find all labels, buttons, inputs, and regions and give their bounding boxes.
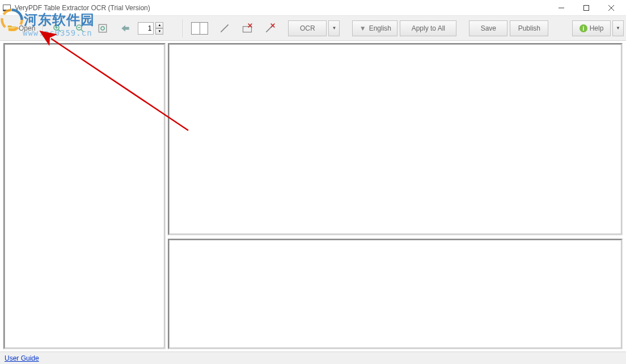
delete-rect-icon bbox=[241, 22, 253, 35]
chevron-down-icon: ▼ bbox=[359, 24, 367, 32]
preview-panel[interactable] bbox=[168, 43, 623, 235]
diagonal-line-icon bbox=[218, 22, 231, 35]
chevron-down-icon: ▼ bbox=[616, 26, 620, 31]
delete-line-icon bbox=[264, 22, 276, 35]
svg-line-7 bbox=[59, 29, 61, 32]
help-icon: i bbox=[580, 24, 587, 32]
status-bar: User Guide bbox=[0, 352, 626, 364]
app-icon bbox=[2, 3, 11, 12]
spin-up-icon[interactable]: ▲ bbox=[155, 22, 163, 28]
ocr-label: OCR bbox=[300, 24, 315, 32]
zoom-in-icon bbox=[51, 22, 64, 35]
zoom-in-button[interactable] bbox=[47, 20, 67, 36]
minimize-button[interactable] bbox=[549, 0, 574, 16]
svg-line-15 bbox=[221, 24, 229, 32]
open-label: Open bbox=[19, 24, 35, 32]
toolbar: Open ▲ ▼ bbox=[0, 16, 626, 41]
language-button[interactable]: ▼ English bbox=[352, 20, 397, 36]
page-number-input[interactable] bbox=[138, 22, 154, 35]
close-button[interactable] bbox=[599, 0, 624, 16]
title-bar: VeryPDF Table Extractor OCR (Trial Versi… bbox=[0, 0, 626, 16]
apply-all-label: Apply to All bbox=[412, 24, 445, 32]
spin-down-icon[interactable]: ▼ bbox=[155, 28, 163, 35]
apply-all-button[interactable]: Apply to All bbox=[400, 20, 456, 36]
open-button[interactable]: Open bbox=[2, 20, 39, 36]
svg-line-11 bbox=[82, 29, 84, 32]
save-label: Save bbox=[481, 24, 496, 32]
svg-rect-16 bbox=[243, 26, 252, 32]
select-area-button[interactable] bbox=[187, 20, 212, 36]
maximize-button[interactable] bbox=[574, 0, 599, 16]
draw-line-button[interactable] bbox=[214, 20, 235, 36]
ocr-button[interactable]: OCR bbox=[288, 20, 327, 36]
svg-rect-13 bbox=[99, 24, 107, 32]
zoom-out-icon bbox=[74, 22, 86, 35]
chevron-down-icon: ▼ bbox=[332, 26, 336, 31]
svg-rect-1 bbox=[3, 5, 10, 10]
fit-page-icon bbox=[96, 22, 109, 35]
svg-point-14 bbox=[101, 27, 104, 30]
user-guide-link[interactable]: User Guide bbox=[5, 354, 39, 362]
window-title: VeryPDF Table Extractor OCR (Trial Versi… bbox=[15, 4, 549, 12]
result-panel[interactable] bbox=[168, 239, 623, 349]
help-button[interactable]: i Help bbox=[572, 20, 611, 36]
separator-icon bbox=[43, 19, 44, 37]
work-area bbox=[0, 41, 626, 352]
delete-line-button[interactable] bbox=[260, 20, 280, 36]
nav-arrow-icon bbox=[119, 22, 132, 35]
save-button[interactable]: Save bbox=[469, 20, 507, 36]
zoom-out-button[interactable] bbox=[70, 20, 90, 36]
language-label: English bbox=[369, 24, 391, 32]
ocr-dropdown[interactable]: ▼ bbox=[328, 20, 340, 36]
fit-page-button[interactable] bbox=[92, 20, 113, 36]
svg-rect-3 bbox=[584, 5, 589, 10]
thumbnail-panel[interactable] bbox=[3, 43, 166, 349]
nav-button[interactable] bbox=[115, 20, 136, 36]
separator-icon bbox=[183, 19, 184, 37]
page-spinner[interactable]: ▲ ▼ bbox=[155, 22, 163, 35]
publish-label: Publish bbox=[518, 24, 540, 32]
delete-area-button[interactable] bbox=[237, 20, 257, 36]
publish-button[interactable]: Publish bbox=[510, 20, 548, 36]
help-label: Help bbox=[590, 24, 604, 32]
folder-open-icon bbox=[6, 22, 19, 35]
help-dropdown[interactable]: ▼ bbox=[612, 20, 624, 36]
rectangle-split-icon bbox=[191, 22, 208, 35]
